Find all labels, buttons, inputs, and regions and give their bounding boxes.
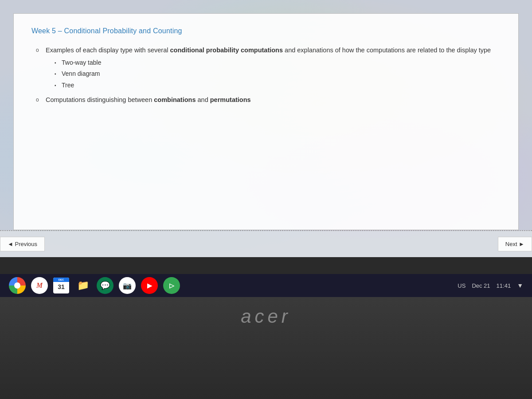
- taskbar: M DEC 31 📁 💬 📷 ▶ ▷ US Dec 21 11:41 ▼: [0, 274, 532, 297]
- taskbar-right: US Dec 21 11:41 ▼: [458, 282, 523, 289]
- slide-content: Examples of each display type with sever…: [31, 45, 501, 106]
- slide-area: Week 5 – Conditional Probability and Cou…: [13, 13, 519, 230]
- chrome-icon[interactable]: [9, 277, 26, 294]
- outer-list: Examples of each display type with sever…: [31, 45, 501, 106]
- item2-text: Computations distinguishing between comb…: [46, 96, 251, 103]
- list-item-2: Computations distinguishing between comb…: [36, 94, 501, 106]
- date-display: Dec 21: [472, 282, 490, 289]
- slide-title: Week 5 – Conditional Probability and Cou…: [31, 27, 501, 35]
- play-store-icon[interactable]: ▷: [163, 277, 180, 294]
- time-display: 11:41: [497, 282, 511, 289]
- messages-icon[interactable]: 💬: [97, 277, 113, 294]
- youtube-icon[interactable]: ▶: [141, 277, 158, 294]
- gmail-icon[interactable]: M: [31, 277, 48, 294]
- calendar-icon[interactable]: DEC 31: [53, 278, 69, 293]
- wifi-icon: ▼: [517, 282, 523, 289]
- locale-indicator: US: [458, 282, 466, 289]
- subitem-venn-diagram: Venn diagram: [55, 69, 501, 79]
- laptop-brand: acer: [241, 306, 291, 327]
- monitor-screen: Week 5 – Conditional Probability and Cou…: [0, 0, 532, 257]
- files-icon[interactable]: 📁: [74, 277, 91, 294]
- subitem-two-way-table: Two-way table: [55, 58, 501, 68]
- previous-button[interactable]: ◄ Previous: [0, 237, 45, 251]
- subitem-tree: Tree: [55, 80, 501, 91]
- next-button[interactable]: Next ►: [498, 237, 532, 251]
- item1-text: Examples of each display type with sever…: [46, 47, 491, 54]
- inner-list: Two-way table Venn diagram Tree: [46, 58, 501, 91]
- list-item-1: Examples of each display type with sever…: [36, 45, 501, 91]
- nav-bar: ◄ Previous Next ►: [0, 231, 532, 257]
- meet-icon[interactable]: 📷: [119, 277, 136, 294]
- laptop-lower: acer: [0, 297, 532, 399]
